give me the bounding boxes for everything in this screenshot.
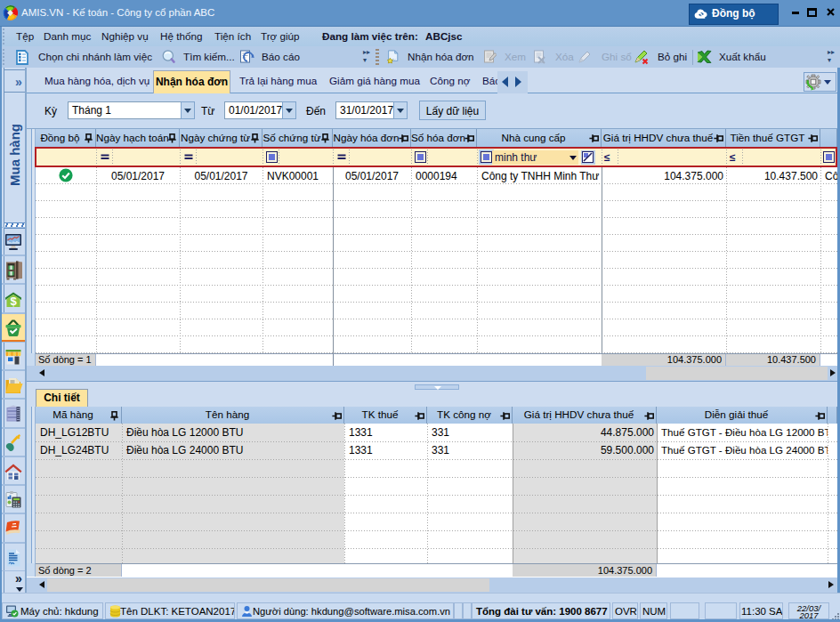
svg-text:$: $ bbox=[10, 295, 17, 308]
